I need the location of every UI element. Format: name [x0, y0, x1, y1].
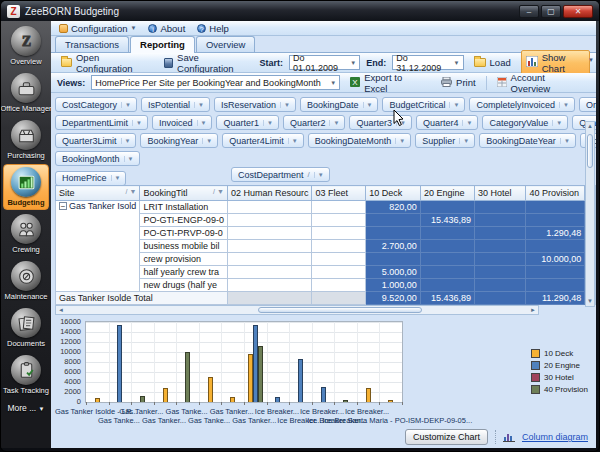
filter-field-bookingdatemonth[interactable]: BookingDateMonth▼: [308, 133, 412, 148]
column-header-40-provision[interactable]: 40 Provision: [526, 186, 585, 201]
filter-field-invoiced[interactable]: Invoiced▼: [152, 115, 212, 130]
column-header-10-deck[interactable]: 10 Deck: [366, 186, 421, 201]
load-button[interactable]: Load: [470, 56, 515, 69]
value-cell[interactable]: [475, 240, 526, 253]
column-header-03-fleet[interactable]: 03 Fleet: [312, 186, 366, 201]
booking-title-cell[interactable]: business mobile bil: [140, 240, 228, 253]
value-cell[interactable]: [420, 227, 474, 240]
value-cell[interactable]: [526, 279, 585, 292]
value-cell[interactable]: [227, 214, 312, 227]
tab-transactions[interactable]: Transactions: [55, 36, 129, 52]
value-cell[interactable]: [312, 279, 366, 292]
booking-title-cell[interactable]: crew provision: [140, 253, 228, 266]
sidebar-item-office-manager[interactable]: Office Manager: [3, 70, 49, 116]
filter-field-quarter3limit[interactable]: Quarter3Limit▼: [55, 133, 136, 148]
booking-title-cell[interactable]: LRIT Installation: [140, 201, 228, 214]
booking-title-cell[interactable]: PO-GTI-ENGP-09-0: [140, 214, 228, 227]
value-cell[interactable]: [475, 253, 526, 266]
value-cell[interactable]: [227, 227, 312, 240]
value-cell[interactable]: 1.290,48: [526, 227, 585, 240]
filter-field-costcategory[interactable]: CostCategory▼: [55, 97, 137, 112]
total-value-cell[interactable]: [312, 292, 366, 305]
maximize-button[interactable]: ▢: [541, 5, 561, 18]
total-value-cell[interactable]: [475, 292, 526, 305]
value-cell[interactable]: [420, 240, 474, 253]
booking-title-cell[interactable]: half yearly crew tra: [140, 266, 228, 279]
value-cell[interactable]: [227, 279, 312, 292]
total-value-cell[interactable]: 11.290,48: [526, 292, 585, 305]
value-cell[interactable]: [420, 201, 474, 214]
scrollbar-thumb[interactable]: [258, 307, 422, 313]
value-cell[interactable]: [366, 214, 421, 227]
filter-field-quarter1[interactable]: Quarter1▼: [216, 115, 278, 130]
column-diagram-link[interactable]: Column diagram: [522, 432, 588, 442]
value-cell[interactable]: [312, 253, 366, 266]
value-cell[interactable]: [227, 253, 312, 266]
sidebar-item-task-tracking[interactable]: Task Tracking: [3, 352, 49, 398]
bookingtitle-column-header[interactable]: BookingTitl/ ▼: [140, 186, 228, 201]
menu-about[interactable]: i About: [148, 23, 185, 34]
sidebar-item-documents[interactable]: Documents: [3, 305, 49, 351]
site-column-header[interactable]: Site/ ▼: [56, 186, 140, 201]
value-cell[interactable]: [475, 201, 526, 214]
sidebar-item-budgeting[interactable]: Budgeting: [3, 164, 49, 210]
filter-field-costdepartment[interactable]: CostDepartment/▼: [231, 167, 330, 182]
value-cell[interactable]: 10.000,00: [526, 253, 585, 266]
value-cell[interactable]: [526, 214, 585, 227]
value-cell[interactable]: [475, 214, 526, 227]
column-header-20-engine[interactable]: 20 Engine: [420, 186, 474, 201]
sidebar-item-overview[interactable]: ZOverview: [3, 23, 49, 69]
value-cell[interactable]: [227, 266, 312, 279]
value-cell[interactable]: [312, 201, 366, 214]
value-cell[interactable]: [227, 201, 312, 214]
value-cell[interactable]: [526, 266, 585, 279]
booking-title-cell[interactable]: new drugs (half ye: [140, 279, 228, 292]
sidebar-item-maintenance[interactable]: Maintenance: [3, 258, 49, 304]
print-button[interactable]: Print: [437, 76, 480, 90]
scrollbar-thumb[interactable]: [587, 134, 593, 168]
sidebar-item-crewing[interactable]: Crewing: [3, 211, 49, 257]
value-cell[interactable]: [312, 240, 366, 253]
titlebar[interactable]: Z ZeeBORN Budgeting – ▢ ✕: [1, 1, 599, 21]
value-cell[interactable]: [312, 214, 366, 227]
filter-field-quarter2[interactable]: Quarter2▼: [283, 115, 345, 130]
value-cell[interactable]: [420, 266, 474, 279]
close-button[interactable]: ✕: [563, 5, 593, 18]
filter-field-homeprice[interactable]: HomePrice▼: [55, 171, 126, 186]
value-cell[interactable]: [526, 201, 585, 214]
account-overview-button[interactable]: Account Overview: [493, 71, 590, 95]
views-combobox[interactable]: HomePrice Per Site per BookingYear and B…: [91, 75, 340, 90]
filter-field-ispotential[interactable]: IsPotential▼: [141, 97, 210, 112]
end-date-field[interactable]: Do 31.12.2009▼: [392, 55, 463, 70]
value-cell[interactable]: 15.436,89: [420, 214, 474, 227]
menu-configuration[interactable]: Configuration▼: [59, 23, 136, 34]
filter-field-ordertype[interactable]: OrderType▼: [579, 97, 596, 112]
group-cell[interactable]: −Gas Tanker Isold: [56, 201, 140, 292]
filter-field-quarter4limit[interactable]: Quarter4Limit▼: [222, 133, 303, 148]
value-cell[interactable]: [526, 240, 585, 253]
booking-title-cell[interactable]: PO-GTI-PRVP-09-0: [140, 227, 228, 240]
total-value-cell[interactable]: 9.520,00: [366, 292, 421, 305]
value-cell[interactable]: [366, 253, 421, 266]
total-value-cell[interactable]: 15.436,89: [420, 292, 474, 305]
column-header-02-human-resourc[interactable]: 02 Human Resourc: [227, 186, 312, 201]
customize-chart-button[interactable]: Customize Chart: [405, 429, 488, 445]
value-cell[interactable]: 820,00: [366, 201, 421, 214]
filter-field-isreservation[interactable]: IsReservation▼: [214, 97, 296, 112]
sidebar-more-button[interactable]: More ... ▼: [7, 403, 44, 413]
save-configuration-button[interactable]: Save Configuration: [160, 51, 254, 75]
value-cell[interactable]: [475, 266, 526, 279]
total-value-cell[interactable]: [227, 292, 312, 305]
filter-field-bookingdate[interactable]: BookingDate▼: [300, 97, 379, 112]
value-cell[interactable]: 2.700,00: [366, 240, 421, 253]
open-configuration-button[interactable]: Open Configuration: [57, 51, 154, 75]
filter-field-completelyinvoiced[interactable]: CompletelyInvoiced▼: [469, 97, 575, 112]
minimize-button[interactable]: –: [519, 5, 539, 18]
value-cell[interactable]: 5.000,00: [366, 266, 421, 279]
toolbar-overflow-button[interactable]: ▼: [588, 57, 594, 63]
filter-field-departmentlimit[interactable]: DepartmentLimit▼: [55, 115, 148, 130]
filter-field-bookingmonth[interactable]: BookingMonth▼: [55, 151, 140, 166]
filter-field-categoryvalue[interactable]: CategoryValue▼: [482, 115, 568, 130]
menu-help[interactable]: ? Help: [197, 23, 229, 34]
export-to-excel-button[interactable]: X Export to Excel: [346, 71, 431, 95]
